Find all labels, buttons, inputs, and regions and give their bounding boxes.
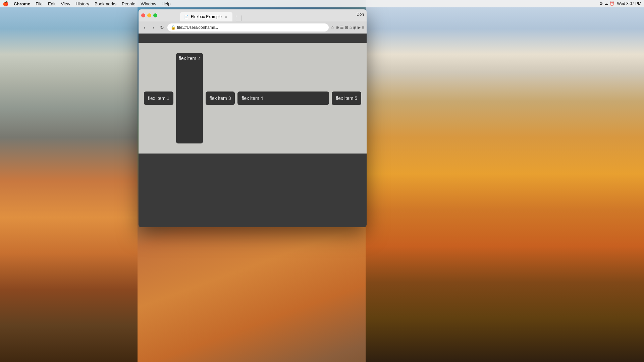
menubar-time: Wed 3:07 PM — [617, 1, 641, 6]
flex-item-3: flex item 3 — [206, 92, 235, 105]
menubar-file[interactable]: File — [36, 1, 43, 6]
browser-tab[interactable]: 📄 Flexbox Example × — [180, 12, 232, 21]
flex-item-4-label: flex item 4 — [241, 96, 263, 101]
traffic-lights — [141, 13, 157, 17]
close-button[interactable] — [141, 13, 145, 17]
menubar-people[interactable]: People — [122, 1, 135, 6]
back-button[interactable]: ‹ — [141, 25, 148, 30]
menubar-help[interactable]: Help — [162, 1, 171, 6]
flex-container: flex item 1 flex item 2 flex item 3 flex… — [144, 53, 361, 143]
flex-item-5-label: flex item 5 — [336, 96, 357, 101]
refresh-button[interactable]: ↻ — [159, 25, 165, 30]
menubar-bookmarks[interactable]: Bookmarks — [95, 1, 116, 6]
maximize-button[interactable] — [153, 13, 157, 17]
flex-item-1: flex item 1 — [144, 92, 173, 105]
menubar: 🍎 Chrome File Edit View History Bookmark… — [0, 0, 644, 7]
flex-item-1-label: flex item 1 — [148, 96, 169, 101]
tab-bar: 📄 Flexbox Example × ⬜ — [160, 9, 364, 21]
menubar-view[interactable]: View — [61, 1, 70, 6]
address-bar: ‹ › ↻ 🔒 file:///Users/donhamil... ☆ ⊕ ☰ … — [139, 21, 367, 34]
menubar-history[interactable]: History — [75, 1, 89, 6]
menubar-right: ⚙ ☁ ⏰ Wed 3:07 PM — [599, 1, 641, 6]
forward-button[interactable]: › — [150, 25, 157, 30]
lock-icon: 🔒 — [171, 25, 176, 30]
bookmark-icon[interactable]: ☆ — [331, 25, 334, 30]
page-header — [139, 34, 367, 43]
menubar-app-name[interactable]: Chrome — [14, 1, 30, 6]
tab-close-button[interactable]: × — [225, 15, 227, 19]
browser-content: flex item 1 flex item 2 flex item 3 flex… — [139, 34, 367, 227]
url-field[interactable]: 🔒 file:///Users/donhamil... — [167, 23, 329, 32]
flex-item-2: flex item 2 — [176, 53, 203, 143]
new-tab-button[interactable]: ⬜ — [234, 15, 243, 21]
page-body: flex item 1 flex item 2 flex item 3 flex… — [139, 43, 367, 154]
url-text: file:///Users/donhamil... — [177, 25, 218, 30]
page-footer — [139, 154, 367, 227]
apple-logo-icon[interactable]: 🍎 — [3, 1, 8, 6]
tab-title: Flexbox Example — [191, 14, 222, 19]
flex-item-3-label: flex item 3 — [210, 96, 231, 101]
title-bar: 📄 Flexbox Example × ⬜ Don — [139, 9, 367, 21]
toolbar-icons: ☆ ⊕ ☰ ⊞ ⌂ ◉ ▶ ≡ — [331, 25, 364, 30]
browser-window: 📄 Flexbox Example × ⬜ Don ‹ › ↻ 🔒 file:/… — [139, 9, 367, 227]
flex-item-2-label: flex item 2 — [179, 56, 200, 61]
user-avatar[interactable]: Don — [357, 12, 364, 17]
menubar-left: 🍎 Chrome File Edit View History Bookmark… — [3, 1, 170, 6]
flex-item-4: flex item 4 — [237, 92, 329, 105]
extensions-icons[interactable]: ⊕ ☰ ⊞ ⌂ ◉ ▶ ≡ — [336, 25, 364, 30]
flex-item-5: flex item 5 — [332, 92, 361, 105]
menubar-edit[interactable]: Edit — [48, 1, 55, 6]
menubar-window[interactable]: Window — [141, 1, 156, 6]
minimize-button[interactable] — [147, 13, 151, 17]
tab-favicon-icon: 📄 — [184, 15, 189, 19]
menubar-icons: ⚙ ☁ ⏰ — [599, 1, 614, 6]
